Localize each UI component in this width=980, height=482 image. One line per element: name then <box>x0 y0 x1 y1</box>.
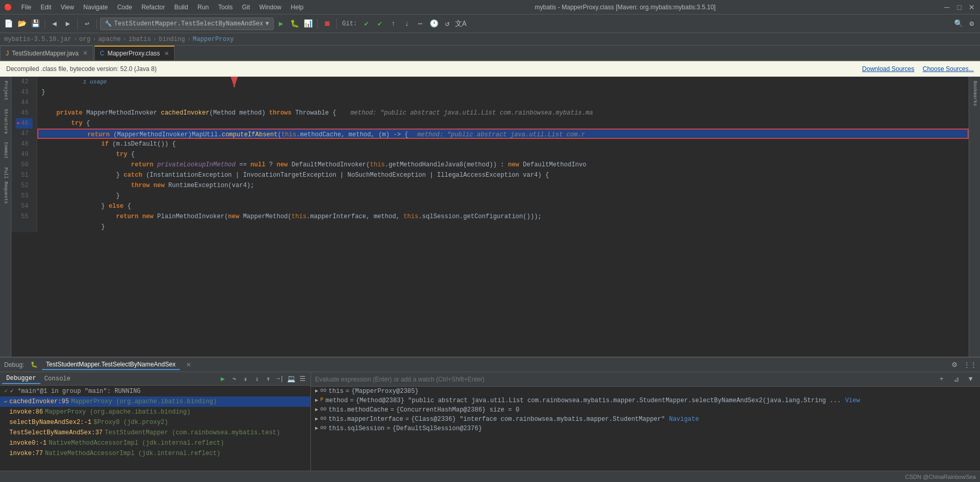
structure-panel-label[interactable]: Structure <box>3 107 8 136</box>
frames-list-btn[interactable]: ☰ <box>297 373 308 385</box>
breadcrumb-org[interactable]: org <box>79 36 91 43</box>
menu-tools[interactable]: Tools <box>214 3 237 12</box>
search-everywhere-btn[interactable]: 🔍 <box>952 18 964 30</box>
git-push-btn[interactable]: ↑ <box>387 18 400 30</box>
menu-navigate[interactable]: Navigate <box>79 3 112 12</box>
step-out-btn[interactable]: ↟ <box>263 373 274 385</box>
var-methodcache-expand[interactable]: ▶ <box>315 406 318 413</box>
console-tab[interactable]: Console <box>40 374 75 384</box>
git-more-btn[interactable]: ⋯ <box>414 18 427 30</box>
stack-frame-4[interactable]: ↩ invoke0:-1 NativeMethodAccessorImpl (j… <box>0 438 310 448</box>
menu-run[interactable]: Run <box>193 3 213 12</box>
minimize-button[interactable]: ─ <box>943 3 951 11</box>
var-sqlsession-expand[interactable]: ▶ <box>315 425 318 431</box>
coverage-btn[interactable]: 📊 <box>302 18 314 30</box>
git-history-btn[interactable]: 🕐 <box>428 18 440 30</box>
git-undo-btn[interactable]: ↺ <box>441 18 453 30</box>
var-this-expand[interactable]: ▶ <box>315 388 318 394</box>
menu-git[interactable]: Git <box>238 3 254 12</box>
git-check-btn[interactable]: ✔ <box>360 18 373 30</box>
menu-code[interactable]: Code <box>113 3 136 12</box>
menu-window[interactable]: Window <box>255 3 286 12</box>
debug-session-icon: 🐛 <box>31 361 38 368</box>
stack-frame-3[interactable]: ↩ TestSelectByNameAndSex:37 TestStudentM… <box>0 428 310 438</box>
watch-expression-input[interactable] <box>315 376 932 383</box>
stack-frame-0[interactable]: ↩ cachedInvoker:95 MapperProxy (org.apac… <box>0 396 310 407</box>
tab-mapperproxy-close[interactable]: ✕ <box>164 50 169 57</box>
back-btn[interactable]: ◀ <box>48 18 61 30</box>
var-sqlsession[interactable]: ▶ oo this.sqlSession = {DefaultSqlSessio… <box>311 424 980 433</box>
breadcrumb-apache[interactable]: apache <box>98 36 121 43</box>
code-editor[interactable]: 42 43 44 45 ▶46 47 48 49 50 51 52 53 54 … <box>11 77 969 357</box>
forward-btn[interactable]: ▶ <box>62 18 74 30</box>
stack-frame-2[interactable]: ↩ selectByNameAndSex2:-1 $Proxy8 (jdk.pr… <box>0 417 310 428</box>
open-btn[interactable]: 📂 <box>16 18 28 30</box>
var-method-view-link[interactable]: View <box>845 397 860 404</box>
download-sources-link[interactable]: Download Sources <box>862 65 915 73</box>
line-numbers: 42 43 44 45 ▶46 47 48 49 50 51 52 53 54 … <box>11 77 37 232</box>
filter-btn[interactable]: ⊿ <box>951 374 961 385</box>
save-btn[interactable]: 💾 <box>29 18 41 30</box>
menu-file[interactable]: File <box>17 3 35 12</box>
var-mapperinterface[interactable]: ▶ oo this.mapperInterface = {Class@2336}… <box>311 415 980 424</box>
run-to-cursor-btn[interactable]: →| <box>274 373 286 385</box>
separator-4 <box>317 19 318 29</box>
debug-session-tab[interactable]: TestStudentMapper.TestSelectByNameAndSex <box>42 360 180 370</box>
menu-view[interactable]: View <box>56 3 78 12</box>
debug-gutter-arrow: ▶ <box>17 118 20 129</box>
tab-mapperproxy[interactable]: C MapperProxy.class ✕ <box>94 46 175 60</box>
step-over-btn[interactable]: ↷ <box>229 373 240 385</box>
force-step-into-btn[interactable]: ⇓ <box>251 373 263 385</box>
resume-btn[interactable]: ▶ <box>217 373 229 385</box>
add-watch-btn[interactable]: + <box>936 374 947 385</box>
breadcrumb-binding[interactable]: binding <box>159 36 184 43</box>
var-mapperinterface-expand[interactable]: ▶ <box>315 416 318 422</box>
more-watch-btn[interactable]: ▼ <box>965 374 976 385</box>
menu-edit[interactable]: Edit <box>36 3 55 12</box>
breadcrumb-jar[interactable]: mybatis-3.5.10.jar <box>4 36 72 43</box>
project-panel-label[interactable]: Project <box>3 79 8 103</box>
run-config-selector[interactable]: 🔧 TestStudentMapper.TestSelectByNameAndS… <box>100 18 274 30</box>
new-file-btn[interactable]: 📄 <box>2 18 15 30</box>
choose-sources-link[interactable]: Choose Sources... <box>922 65 974 73</box>
debug-layout-btn[interactable]: ⋮⋮ <box>964 359 976 371</box>
breadcrumb-ibatis[interactable]: ibatis <box>129 36 151 43</box>
thread-row: ✓ ✓ *main*@1 in group "main": RUNNING <box>0 386 310 396</box>
debug-body: Debugger Console ▶ ↷ ↡ ⇓ ↟ →| 💻 ☰ ✓ ✓ *m… <box>0 372 980 471</box>
debug-session-close[interactable]: ✕ <box>186 361 191 368</box>
tab-teststudentmapper-close[interactable]: ✕ <box>83 50 88 56</box>
menu-build[interactable]: Build <box>170 3 192 12</box>
usage-count-label: 1 usage <box>83 79 107 85</box>
stack-frame-1[interactable]: ↩ invoke:86 MapperProxy (org.apache.ibat… <box>0 407 310 417</box>
var-methodcache[interactable]: ▶ oo this.methodCache = {ConcurrentHashM… <box>311 405 980 415</box>
var-mapperinterface-navigate-link[interactable]: Navigate <box>669 416 699 423</box>
tab-teststudentmapper[interactable]: J TestStudentMapper.java ✕ <box>0 46 93 60</box>
commit-panel-label[interactable]: Commit <box>3 140 8 161</box>
breadcrumb-mapperproxy[interactable]: MapperProxy <box>193 36 234 43</box>
stop-button[interactable]: ⏹ <box>321 18 333 30</box>
git-label: Git: <box>340 20 359 27</box>
close-button[interactable]: ✕ <box>968 3 976 11</box>
code-lines: 1 usage } <box>37 77 969 232</box>
git-pull-btn[interactable]: ↓ <box>401 18 413 30</box>
translate-btn[interactable]: 文A <box>455 18 467 30</box>
pull-requests-panel-label[interactable]: Pull Requests <box>3 165 8 206</box>
debug-header: Debug: 🐛 TestStudentMapper.TestSelectByN… <box>0 358 980 372</box>
debug-button[interactable]: 🐛 <box>288 18 301 30</box>
settings-btn[interactable]: ⚙ <box>965 18 978 30</box>
step-into-btn[interactable]: ↡ <box>240 373 251 385</box>
stack-frame-5[interactable]: ↩ invoke:77 NativeMethodAccessorImpl (jd… <box>0 448 310 459</box>
var-method-expand[interactable]: ▶ <box>315 397 318 403</box>
var-method[interactable]: ▶ P method = {Method@2383} "public abstr… <box>311 396 980 405</box>
menu-help[interactable]: Help <box>287 3 308 12</box>
menu-refactor[interactable]: Refactor <box>137 3 169 12</box>
debugger-tab[interactable]: Debugger <box>2 374 40 384</box>
evaluate-btn[interactable]: 💻 <box>286 373 297 385</box>
maximize-button[interactable]: □ <box>955 3 963 11</box>
undo-btn[interactable]: ↩ <box>81 18 93 30</box>
git-check2-btn[interactable]: ✔ <box>374 18 386 30</box>
debug-settings-btn[interactable]: ⚙ <box>949 359 960 371</box>
bookmarks-panel-label[interactable]: Bookmarks <box>972 79 977 108</box>
run-button[interactable]: ▶ <box>275 18 287 30</box>
var-this[interactable]: ▶ oo this = {MapperProxy@2385} <box>311 387 980 396</box>
